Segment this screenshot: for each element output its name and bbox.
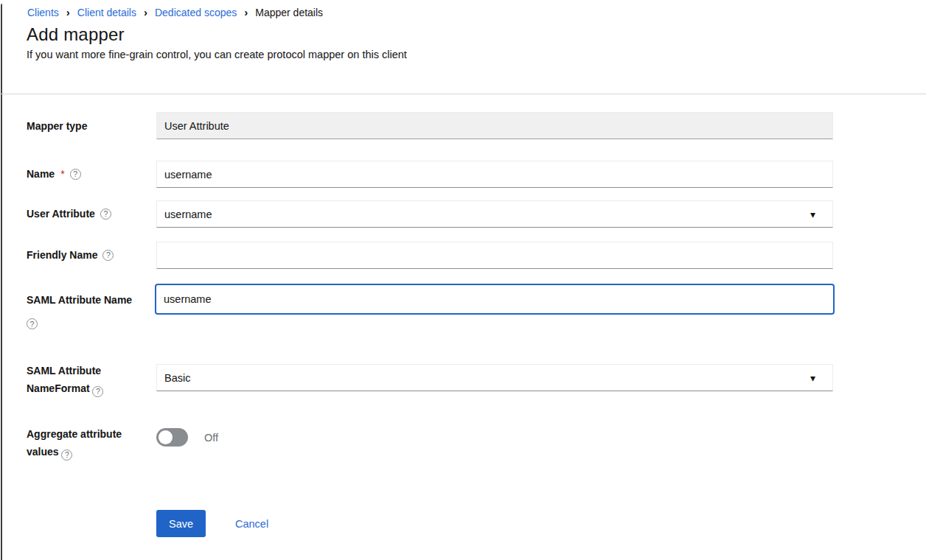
name-label: Name * ? xyxy=(27,161,146,187)
chevron-right-icon: › xyxy=(66,7,70,18)
page-subtitle: If you want more fine-grain control, you… xyxy=(27,49,407,60)
saml-attribute-nameformat-select[interactable]: Basic ▾ xyxy=(156,364,833,391)
saml-attribute-nameformat-select-value: Basic xyxy=(164,372,190,384)
saml-attribute-nameformat-label: SAML Attribute NameFormat ? xyxy=(27,362,146,397)
toggle-state-label: Off xyxy=(204,428,218,447)
breadcrumb: Clients › Client details › Dedicated sco… xyxy=(27,6,323,19)
user-attribute-select[interactable]: username ▾ xyxy=(156,200,833,228)
chevron-right-icon: › xyxy=(244,7,248,18)
help-icon[interactable]: ? xyxy=(102,250,114,261)
help-icon[interactable]: ? xyxy=(27,318,38,329)
help-icon[interactable]: ? xyxy=(61,449,72,461)
user-attribute-label: User Attribute ? xyxy=(27,200,146,227)
add-mapper-page: Clients › Client details › Dedicated sco… xyxy=(0,0,926,560)
page-title: Add mapper xyxy=(27,24,125,45)
save-button[interactable]: Save xyxy=(156,510,206,537)
user-attribute-select-value: username xyxy=(164,209,212,220)
toggle-knob xyxy=(159,430,173,444)
breadcrumb-link-clients[interactable]: Clients xyxy=(27,6,59,19)
help-icon[interactable]: ? xyxy=(100,209,111,220)
friendly-name-label: Friendly Name ? xyxy=(27,242,146,268)
breadcrumb-link-client-details[interactable]: Client details xyxy=(77,6,136,19)
caret-down-icon: ▾ xyxy=(810,373,815,383)
header-divider xyxy=(0,94,926,94)
required-asterisk: * xyxy=(60,168,64,180)
help-icon[interactable]: ? xyxy=(92,386,103,397)
chevron-right-icon: › xyxy=(144,7,147,18)
mapper-type-label: Mapper type xyxy=(27,112,146,139)
name-input[interactable] xyxy=(156,161,833,188)
help-icon[interactable]: ? xyxy=(70,169,81,180)
aggregate-attribute-values-label: Aggregate attribute values ? xyxy=(27,425,146,461)
caret-down-icon: ▾ xyxy=(810,209,815,220)
cancel-button[interactable]: Cancel xyxy=(235,510,268,537)
mapper-type-input xyxy=(156,112,833,139)
aggregate-attribute-values-toggle[interactable] xyxy=(156,428,188,447)
friendly-name-input[interactable] xyxy=(156,242,833,269)
panel-left-border xyxy=(1,4,2,560)
breadcrumb-link-dedicated-scopes[interactable]: Dedicated scopes xyxy=(155,6,237,19)
saml-attribute-name-label: SAML Attribute Name xyxy=(27,284,146,315)
saml-attribute-name-input[interactable] xyxy=(155,284,835,315)
breadcrumb-current-mapper-details: Mapper details xyxy=(255,6,323,19)
